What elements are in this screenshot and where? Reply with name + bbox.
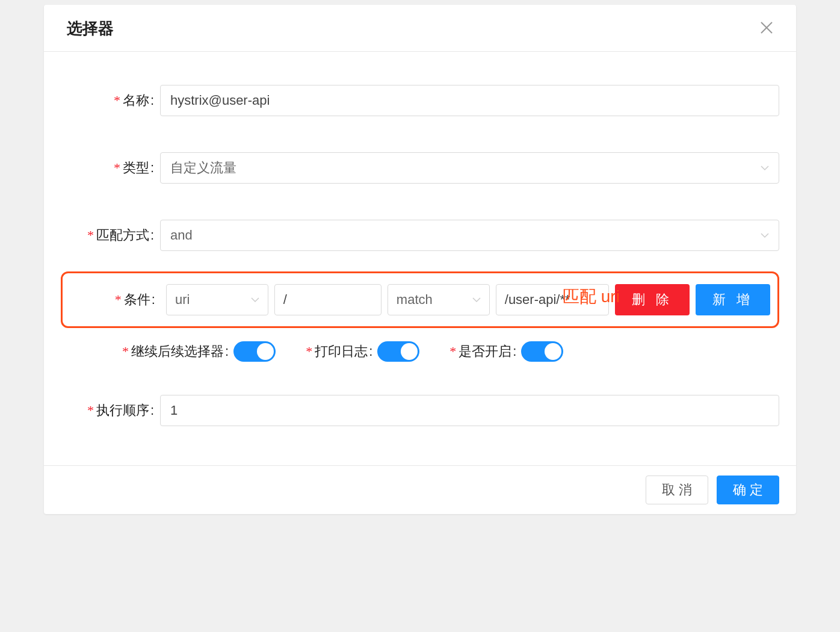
ok-button[interactable]: 确 定 bbox=[717, 476, 779, 504]
annotation-text: 匹配 uri bbox=[563, 285, 620, 308]
name-input[interactable] bbox=[160, 85, 779, 116]
asterisk-icon: * bbox=[114, 93, 120, 108]
condition-operator-select[interactable]: match bbox=[388, 284, 490, 315]
modal-header: 选择器 bbox=[44, 5, 796, 52]
chevron-down-icon bbox=[472, 296, 481, 304]
type-select[interactable]: 自定义流量 bbox=[160, 152, 779, 184]
row-toggles: *继续后续选择器: *打印日志: *是否开启: bbox=[61, 341, 779, 362]
chevron-down-icon bbox=[761, 164, 769, 172]
asterisk-icon: * bbox=[87, 228, 94, 243]
label-type: *类型: bbox=[61, 159, 160, 177]
delete-button[interactable]: 删 除 bbox=[615, 284, 690, 315]
asterisk-icon: * bbox=[87, 403, 94, 418]
toggle-continue: *继续后续选择器: bbox=[122, 341, 276, 362]
condition-field-select[interactable]: uri bbox=[166, 284, 268, 315]
modal-body: *名称: *类型: 自定义流量 *匹配方式: and 匹配 uri bbox=[44, 52, 796, 465]
modal-title: 选择器 bbox=[67, 18, 114, 39]
toggle-enabled: *是否开启: bbox=[449, 341, 563, 362]
close-icon[interactable] bbox=[760, 20, 773, 37]
chevron-down-icon bbox=[761, 231, 769, 240]
condition-separator-input[interactable] bbox=[274, 284, 381, 315]
row-type: *类型: 自定义流量 bbox=[61, 152, 779, 184]
condition-highlight: *条件: uri match 删 除 新 增 bbox=[61, 271, 779, 328]
exec-order-input[interactable] bbox=[160, 395, 779, 426]
row-match-mode: *匹配方式: and bbox=[61, 220, 779, 251]
enabled-switch[interactable] bbox=[521, 341, 563, 362]
chevron-down-icon bbox=[251, 296, 259, 304]
add-button[interactable]: 新 增 bbox=[696, 284, 770, 315]
label-condition: *条件: bbox=[70, 291, 160, 309]
modal-footer: 取 消 确 定 bbox=[44, 465, 796, 514]
match-mode-select[interactable]: and bbox=[160, 220, 779, 251]
row-exec-order: *执行顺序: bbox=[61, 395, 779, 426]
label-name: *名称: bbox=[61, 91, 160, 110]
toggle-print-log: *打印日志: bbox=[306, 341, 419, 362]
label-match-mode: *匹配方式: bbox=[61, 226, 160, 244]
asterisk-icon: * bbox=[114, 160, 120, 175]
cancel-button[interactable]: 取 消 bbox=[646, 476, 708, 504]
asterisk-icon: * bbox=[449, 344, 456, 359]
label-exec-order: *执行顺序: bbox=[61, 401, 160, 420]
row-name: *名称: bbox=[61, 85, 779, 116]
print-log-switch[interactable] bbox=[377, 341, 419, 362]
asterisk-icon: * bbox=[306, 344, 312, 359]
asterisk-icon: * bbox=[122, 344, 129, 359]
asterisk-icon: * bbox=[115, 292, 122, 307]
selector-modal: 选择器 *名称: *类型: 自定义流量 *匹配方式: bbox=[44, 5, 796, 514]
continue-switch[interactable] bbox=[233, 341, 276, 362]
